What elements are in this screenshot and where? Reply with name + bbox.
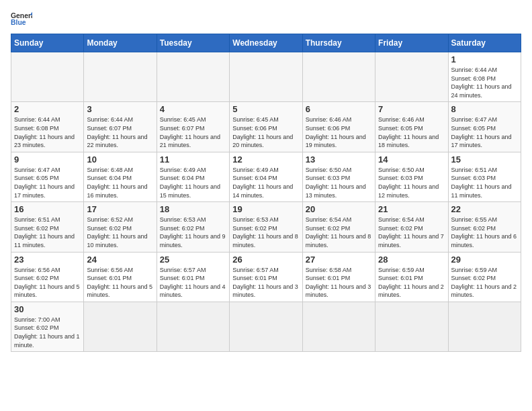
day-info: Sunrise: 6:59 AM Sunset: 6:02 PM Dayligh… bbox=[451, 266, 518, 300]
calendar-cell: 4Sunrise: 6:45 AM Sunset: 6:07 PM Daylig… bbox=[157, 102, 229, 152]
day-number: 15 bbox=[451, 154, 518, 165]
calendar-cell bbox=[157, 302, 229, 351]
weekday-header-saturday: Saturday bbox=[448, 34, 521, 52]
day-number: 27 bbox=[306, 255, 372, 265]
day-info: Sunrise: 6:48 AM Sunset: 6:04 PM Dayligh… bbox=[87, 166, 153, 199]
calendar-cell: 8Sunrise: 6:47 AM Sunset: 6:05 PM Daylig… bbox=[448, 102, 521, 152]
calendar-cell bbox=[375, 52, 448, 102]
day-info: Sunrise: 6:51 AM Sunset: 6:02 PM Dayligh… bbox=[14, 216, 81, 249]
calendar-cell: 24Sunrise: 6:56 AM Sunset: 6:01 PM Dayli… bbox=[84, 252, 157, 302]
calendar-cell: 14Sunrise: 6:50 AM Sunset: 6:03 PM Dayli… bbox=[375, 152, 448, 201]
day-info: Sunrise: 6:49 AM Sunset: 6:04 PM Dayligh… bbox=[232, 166, 299, 199]
calendar-cell: 16Sunrise: 6:51 AM Sunset: 6:02 PM Dayli… bbox=[11, 202, 84, 252]
day-number: 14 bbox=[378, 154, 445, 165]
day-info: Sunrise: 6:45 AM Sunset: 6:06 PM Dayligh… bbox=[232, 116, 299, 149]
weekday-header-row: SundayMondayTuesdayWednesdayThursdayFrid… bbox=[11, 34, 521, 52]
day-number: 2 bbox=[14, 104, 81, 114]
day-info: Sunrise: 6:58 AM Sunset: 6:01 PM Dayligh… bbox=[306, 266, 372, 300]
day-info: Sunrise: 6:46 AM Sunset: 6:05 PM Dayligh… bbox=[378, 116, 445, 149]
day-number: 13 bbox=[306, 154, 372, 165]
calendar-cell: 9Sunrise: 6:47 AM Sunset: 6:05 PM Daylig… bbox=[11, 152, 84, 201]
day-number: 11 bbox=[160, 154, 226, 165]
day-number: 22 bbox=[451, 204, 518, 214]
calendar-week-6: 30Sunrise: 7:00 AM Sunset: 6:02 PM Dayli… bbox=[11, 302, 521, 351]
day-number: 6 bbox=[306, 104, 372, 114]
day-info: Sunrise: 6:54 AM Sunset: 6:02 PM Dayligh… bbox=[378, 216, 445, 249]
day-info: Sunrise: 6:56 AM Sunset: 6:02 PM Dayligh… bbox=[14, 266, 81, 300]
calendar-cell: 18Sunrise: 6:53 AM Sunset: 6:02 PM Dayli… bbox=[157, 202, 229, 252]
calendar-cell bbox=[375, 302, 448, 351]
calendar-cell bbox=[448, 302, 521, 351]
logo: General Blue bbox=[11, 11, 32, 27]
day-info: Sunrise: 6:52 AM Sunset: 6:02 PM Dayligh… bbox=[87, 216, 153, 249]
day-info: Sunrise: 6:44 AM Sunset: 6:08 PM Dayligh… bbox=[14, 116, 81, 149]
day-number: 30 bbox=[14, 304, 81, 314]
weekday-header-thursday: Thursday bbox=[302, 34, 375, 52]
calendar-cell bbox=[11, 52, 84, 102]
calendar-cell: 2Sunrise: 6:44 AM Sunset: 6:08 PM Daylig… bbox=[11, 102, 84, 152]
day-info: Sunrise: 6:53 AM Sunset: 6:02 PM Dayligh… bbox=[232, 216, 299, 249]
day-info: Sunrise: 6:44 AM Sunset: 6:08 PM Dayligh… bbox=[451, 66, 518, 99]
calendar-table: SundayMondayTuesdayWednesdayThursdayFrid… bbox=[11, 34, 521, 352]
calendar-cell: 12Sunrise: 6:49 AM Sunset: 6:04 PM Dayli… bbox=[230, 152, 302, 201]
logo-icon: General Blue bbox=[11, 11, 32, 27]
weekday-header-sunday: Sunday bbox=[11, 34, 84, 52]
calendar-cell: 3Sunrise: 6:44 AM Sunset: 6:07 PM Daylig… bbox=[84, 102, 157, 152]
calendar-week-4: 16Sunrise: 6:51 AM Sunset: 6:02 PM Dayli… bbox=[11, 202, 521, 252]
day-info: Sunrise: 6:46 AM Sunset: 6:06 PM Dayligh… bbox=[306, 116, 372, 149]
weekday-header-monday: Monday bbox=[84, 34, 157, 52]
calendar-cell: 6Sunrise: 6:46 AM Sunset: 6:06 PM Daylig… bbox=[302, 102, 375, 152]
calendar-week-2: 2Sunrise: 6:44 AM Sunset: 6:08 PM Daylig… bbox=[11, 102, 521, 152]
calendar-cell: 7Sunrise: 6:46 AM Sunset: 6:05 PM Daylig… bbox=[375, 102, 448, 152]
day-info: Sunrise: 6:53 AM Sunset: 6:02 PM Dayligh… bbox=[160, 216, 226, 249]
day-info: Sunrise: 6:47 AM Sunset: 6:05 PM Dayligh… bbox=[14, 166, 81, 199]
calendar-cell bbox=[302, 302, 375, 351]
calendar-cell: 10Sunrise: 6:48 AM Sunset: 6:04 PM Dayli… bbox=[84, 152, 157, 201]
calendar-cell: 30Sunrise: 7:00 AM Sunset: 6:02 PM Dayli… bbox=[11, 302, 84, 351]
day-number: 23 bbox=[14, 255, 81, 265]
weekday-header-wednesday: Wednesday bbox=[230, 34, 302, 52]
calendar-week-1: 1Sunrise: 6:44 AM Sunset: 6:08 PM Daylig… bbox=[11, 52, 521, 102]
calendar-cell bbox=[157, 52, 229, 102]
calendar-cell: 19Sunrise: 6:53 AM Sunset: 6:02 PM Dayli… bbox=[230, 202, 302, 252]
calendar-week-3: 9Sunrise: 6:47 AM Sunset: 6:05 PM Daylig… bbox=[11, 152, 521, 201]
svg-text:Blue: Blue bbox=[11, 19, 26, 26]
day-info: Sunrise: 6:57 AM Sunset: 6:01 PM Dayligh… bbox=[160, 266, 226, 300]
day-number: 5 bbox=[232, 104, 299, 114]
day-number: 12 bbox=[232, 154, 299, 165]
day-number: 29 bbox=[451, 255, 518, 265]
calendar-cell bbox=[84, 302, 157, 351]
day-info: Sunrise: 7:00 AM Sunset: 6:02 PM Dayligh… bbox=[14, 316, 81, 349]
calendar-cell: 26Sunrise: 6:57 AM Sunset: 6:01 PM Dayli… bbox=[230, 252, 302, 302]
calendar-week-5: 23Sunrise: 6:56 AM Sunset: 6:02 PM Dayli… bbox=[11, 252, 521, 302]
calendar-cell bbox=[84, 52, 157, 102]
day-number: 19 bbox=[232, 204, 299, 214]
calendar-cell: 27Sunrise: 6:58 AM Sunset: 6:01 PM Dayli… bbox=[302, 252, 375, 302]
calendar-cell: 13Sunrise: 6:50 AM Sunset: 6:03 PM Dayli… bbox=[302, 152, 375, 201]
calendar-cell: 1Sunrise: 6:44 AM Sunset: 6:08 PM Daylig… bbox=[448, 52, 521, 102]
day-info: Sunrise: 6:51 AM Sunset: 6:03 PM Dayligh… bbox=[451, 166, 518, 199]
day-info: Sunrise: 6:45 AM Sunset: 6:07 PM Dayligh… bbox=[160, 116, 226, 149]
day-info: Sunrise: 6:59 AM Sunset: 6:01 PM Dayligh… bbox=[378, 266, 445, 300]
day-number: 9 bbox=[14, 154, 81, 165]
day-number: 4 bbox=[160, 104, 226, 114]
day-number: 20 bbox=[306, 204, 372, 214]
day-number: 28 bbox=[378, 255, 445, 265]
calendar-cell: 21Sunrise: 6:54 AM Sunset: 6:02 PM Dayli… bbox=[375, 202, 448, 252]
day-info: Sunrise: 6:56 AM Sunset: 6:01 PM Dayligh… bbox=[87, 266, 153, 300]
calendar-cell: 17Sunrise: 6:52 AM Sunset: 6:02 PM Dayli… bbox=[84, 202, 157, 252]
calendar-cell: 15Sunrise: 6:51 AM Sunset: 6:03 PM Dayli… bbox=[448, 152, 521, 201]
calendar-cell: 20Sunrise: 6:54 AM Sunset: 6:02 PM Dayli… bbox=[302, 202, 375, 252]
calendar-cell bbox=[230, 52, 302, 102]
day-number: 18 bbox=[160, 204, 226, 214]
calendar-cell: 25Sunrise: 6:57 AM Sunset: 6:01 PM Dayli… bbox=[157, 252, 229, 302]
day-number: 1 bbox=[451, 54, 518, 64]
day-info: Sunrise: 6:57 AM Sunset: 6:01 PM Dayligh… bbox=[232, 266, 299, 300]
calendar-cell: 22Sunrise: 6:55 AM Sunset: 6:02 PM Dayli… bbox=[448, 202, 521, 252]
day-number: 17 bbox=[87, 204, 153, 214]
day-info: Sunrise: 6:50 AM Sunset: 6:03 PM Dayligh… bbox=[378, 166, 445, 199]
calendar-cell bbox=[302, 52, 375, 102]
calendar-cell: 29Sunrise: 6:59 AM Sunset: 6:02 PM Dayli… bbox=[448, 252, 521, 302]
day-info: Sunrise: 6:54 AM Sunset: 6:02 PM Dayligh… bbox=[306, 216, 372, 249]
page-header: General Blue bbox=[11, 11, 521, 27]
